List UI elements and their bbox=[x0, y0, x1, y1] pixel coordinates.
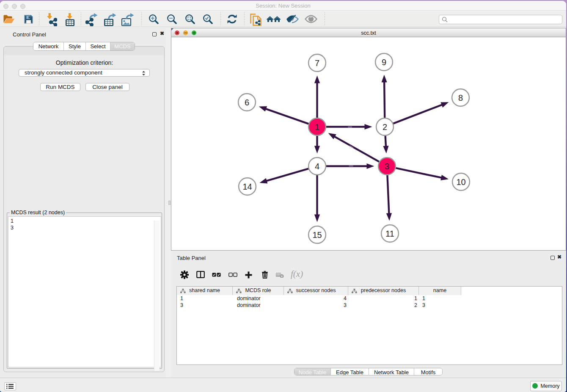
svg-text:f(x): f(x) bbox=[291, 270, 303, 279]
svg-text:14: 14 bbox=[242, 182, 252, 191]
svg-text:3: 3 bbox=[385, 162, 389, 171]
svg-text:4: 4 bbox=[315, 162, 319, 171]
svg-text:2: 2 bbox=[383, 122, 387, 132]
svg-text:15: 15 bbox=[312, 230, 322, 240]
svg-text:8: 8 bbox=[458, 93, 463, 102]
svg-text:9: 9 bbox=[382, 58, 386, 67]
svg-text:7: 7 bbox=[315, 58, 319, 68]
svg-text:6: 6 bbox=[245, 98, 249, 107]
svg-text:10: 10 bbox=[456, 177, 465, 187]
svg-text:1: 1 bbox=[315, 122, 319, 132]
svg-text:11: 11 bbox=[385, 229, 394, 238]
